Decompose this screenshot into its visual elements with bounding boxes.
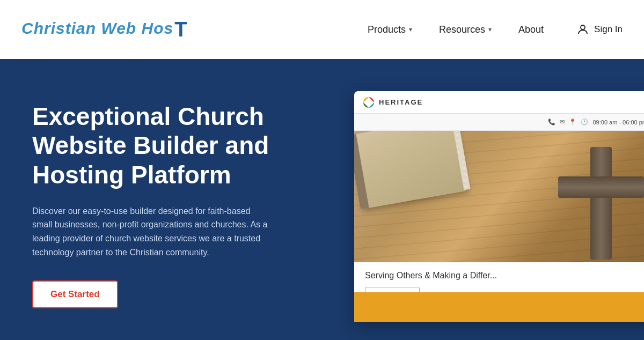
serving-text: Serving Others & Making a Differ...: [365, 271, 644, 280]
cross-vertical: [590, 147, 612, 260]
site-header: Christian Web HosT Products ▾ Resources …: [0, 0, 644, 59]
user-icon: [576, 23, 590, 36]
heritage-logo-icon: [363, 97, 375, 108]
svg-point-0: [581, 25, 585, 29]
heritage-brand: HERITAGE: [363, 97, 423, 108]
orange-bar: [354, 292, 644, 322]
products-label: Products: [368, 24, 406, 35]
sign-in-button[interactable]: Sign In: [576, 23, 623, 36]
mockup-sub-bar: 📞 ✉ 📍 🕐 09:00 am - 06:00 pm: [354, 114, 644, 131]
mockup-image-area: [354, 131, 644, 262]
nav-about[interactable]: About: [518, 24, 544, 35]
email-icon: ✉: [560, 119, 565, 125]
resources-chevron-icon: ▾: [488, 26, 492, 33]
hero-section: Exceptional Church Website Builder and H…: [0, 59, 644, 340]
about-label: About: [518, 24, 544, 35]
mockup-top-bar: HERITAGE: [354, 91, 644, 114]
heritage-name: HERITAGE: [379, 98, 423, 106]
nav-products[interactable]: Products ▾: [368, 24, 412, 35]
hero-description: Discover our easy-to-use builder designe…: [32, 204, 268, 259]
location-icon: 📍: [569, 119, 576, 125]
sign-in-label: Sign In: [594, 24, 623, 35]
cross-horizontal: [558, 176, 644, 198]
cross-element: [558, 147, 644, 260]
logo-cross: T: [174, 18, 187, 41]
contact-icons: 📞 ✉ 📍 🕐 09:00 am - 06:00 pm: [548, 119, 644, 125]
logo[interactable]: Christian Web HosT: [21, 19, 187, 40]
browser-mockup: HERITAGE 📞 ✉ 📍 🕐 09:00 am - 06:00 pm: [354, 91, 644, 322]
phone-icon: 📞: [548, 119, 555, 125]
time-display: 09:00 am - 06:00 pm: [592, 119, 644, 125]
hero-title: Exceptional Church Website Builder and H…: [32, 102, 311, 189]
logo-text: Christian Web HosT: [21, 19, 187, 40]
main-nav: Products ▾ Resources ▾ About: [368, 24, 544, 35]
hero-mockup-area: HERITAGE 📞 ✉ 📍 🕐 09:00 am - 06:00 pm: [343, 59, 644, 340]
clock-icon: 🕐: [581, 119, 588, 125]
hero-content: Exceptional Church Website Builder and H…: [0, 59, 343, 340]
get-started-button[interactable]: Get Started: [32, 280, 118, 308]
products-chevron-icon: ▾: [409, 26, 412, 33]
nav-resources[interactable]: Resources ▾: [439, 24, 492, 35]
resources-label: Resources: [439, 24, 485, 35]
